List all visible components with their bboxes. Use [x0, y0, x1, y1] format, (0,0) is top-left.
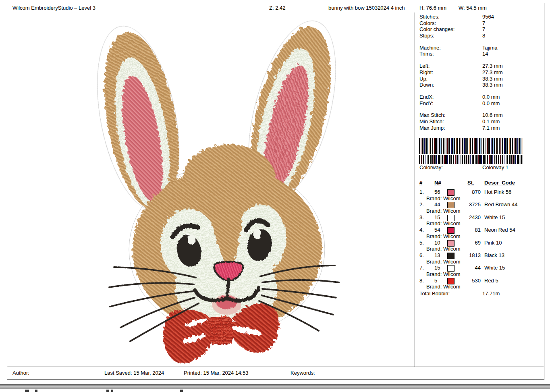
thread-brand: Brand: Wilcom: [426, 220, 461, 227]
col-header-stitches: St.: [467, 180, 474, 186]
col-header-index: #: [419, 180, 422, 186]
thread-descr-code: Neon Red 54: [484, 227, 515, 233]
thread-row: 2.443725Red Brown 44Brand: Wilcom: [415, 201, 544, 214]
stat-value: 7: [482, 20, 485, 27]
thread-descr-code: Red 5: [484, 278, 498, 284]
printed-text: Printed: 15 Mar, 2024 14:53: [184, 370, 248, 376]
stat-value: 7.1 mm: [482, 125, 500, 131]
thread-color-list: 1.56870Hot Pink 56Brand: Wilcom2.443725R…: [415, 189, 544, 290]
bunny-embroidery-design: [93, 17, 355, 367]
taskbar-button-fragment[interactable]: [35, 390, 37, 392]
thread-index: 5.: [419, 240, 424, 246]
colorway-label: Colorway:: [419, 164, 443, 171]
stats-list: Stitches:9564Colors:7Color changes:7Stop…: [415, 14, 544, 137]
thread-brand: Brand: Wilcom: [426, 271, 461, 278]
design-details-panel: Stitches:9564Colors:7Color changes:7Stop…: [415, 12, 544, 367]
stat-group: Max Stitch:10.6 mmMin Stitch:0.1 mmMax J…: [415, 112, 544, 131]
thread-stitch-count: 1813: [457, 252, 481, 259]
design-width: W: 54.5 mm: [459, 3, 487, 12]
stat-group: Machine:TajimaTrims:14: [415, 45, 544, 57]
left-eye-highlight: [187, 234, 195, 244]
stat-label: EndY:: [419, 100, 434, 107]
thread-needle-number: 15: [434, 214, 440, 221]
bow-left-loop: [162, 308, 216, 362]
thread-descr-code: Red Brown 44: [484, 201, 517, 208]
thread-needle-number: 15: [434, 265, 440, 271]
author-label: Author:: [12, 370, 29, 376]
stat-label: Right:: [419, 69, 433, 76]
thread-stitch-count: 530: [457, 278, 481, 284]
thread-color-swatch: [447, 189, 455, 196]
stat-label: EndX:: [419, 94, 434, 100]
thread-descr-code: White 15: [484, 214, 505, 221]
stat-value: Tajima: [482, 45, 498, 51]
taskbar-button-fragment[interactable]: [25, 390, 29, 392]
stat-row: EndX:0.0 mm: [415, 94, 544, 100]
thread-needle-number: 5: [434, 278, 437, 284]
stat-row: Machine:Tajima: [415, 45, 544, 51]
thread-brand: Brand: Wilcom: [426, 233, 461, 240]
stat-group: Stitches:9564Colors:7Color changes:7Stop…: [415, 14, 544, 39]
thread-index: 4.: [419, 227, 424, 233]
report-footer: Author: Last Saved: 15 Mar, 2024 Printed…: [7, 367, 544, 380]
thread-needle-number: 56: [434, 189, 440, 195]
thread-table-header: # N# St. Descr_Code: [415, 180, 544, 186]
total-bobbin-label: Total Bobbin:: [419, 290, 450, 297]
design-height: H: 76.6 mm: [419, 3, 446, 12]
taskbar-button-fragment[interactable]: [111, 390, 113, 392]
thread-brand: Brand: Wilcom: [426, 195, 461, 202]
stat-label: Color changes:: [419, 26, 455, 33]
stat-value: 0.1 mm: [482, 118, 500, 125]
thread-index: 6.: [419, 252, 424, 259]
thread-index: 8.: [419, 278, 424, 284]
stat-row: Max Jump:7.1 mm: [415, 125, 544, 131]
thread-color-swatch: [447, 253, 455, 259]
total-bobbin-value: 17.71m: [482, 290, 500, 297]
stat-row: Right:27.3 mm: [415, 69, 544, 76]
stat-row: Colors:7: [415, 20, 544, 27]
thread-row: 3.152430White 15Brand: Wilcom: [415, 214, 544, 227]
thread-needle-number: 10: [434, 240, 440, 246]
stat-row: Up:38.3 mm: [415, 76, 544, 82]
stat-value: 27.3 mm: [482, 69, 503, 76]
thread-needle-number: 13: [434, 252, 440, 259]
stat-label: Trims:: [419, 51, 434, 57]
colorway-value: Colorway 1: [482, 164, 508, 171]
bow-knot: [208, 315, 232, 343]
window-bottom-bar: [0, 384, 550, 389]
barcode-band-top: [419, 138, 523, 154]
taskbar-button-fragment[interactable]: [180, 390, 183, 392]
thread-index: 1.: [419, 189, 424, 195]
stat-row: EndY:0.0 mm: [415, 100, 544, 107]
stat-row: Trims:14: [415, 51, 544, 57]
keywords-label: Keywords:: [291, 370, 315, 376]
stat-group: Left:27.3 mmRight:27.3 mmUp:38.3 mmDown:…: [415, 63, 544, 88]
stat-row: Down:38.3 mm: [415, 82, 544, 88]
design-barcode: [419, 138, 523, 164]
stat-value: 9564: [482, 14, 494, 20]
thread-color-swatch: [447, 215, 455, 221]
design-canvas: [7, 12, 415, 367]
stat-label: Max Jump:: [419, 125, 445, 131]
stat-value: 27.3 mm: [482, 63, 503, 69]
thread-color-swatch: [447, 278, 455, 284]
thread-row: 4.5481Neon Red 54Brand: Wilcom: [415, 227, 544, 239]
stat-label: Min Stitch:: [419, 118, 444, 125]
zoom-factor: Z: 2.42: [269, 3, 285, 12]
stat-row: Max Stitch:10.6 mm: [415, 112, 544, 118]
right-eye-highlight: [253, 228, 261, 239]
stat-value: 0.0 mm: [482, 94, 500, 100]
thread-stitch-count: 3725: [457, 201, 481, 208]
last-saved-text: Last Saved: 15 Mar, 2024: [104, 370, 164, 376]
stat-label: Down:: [419, 82, 434, 88]
taskbar-button-fragment[interactable]: [106, 390, 109, 392]
thread-stitch-count: 2430: [457, 214, 481, 221]
thread-brand: Brand: Wilcom: [426, 246, 461, 252]
print-preview-page: Wilcom EmbroideryStudio – Level 3 Z: 2.4…: [7, 3, 544, 380]
thread-row: 5.1069Pink 10Brand: Wilcom: [415, 240, 544, 252]
stat-label: Left:: [419, 63, 430, 69]
thread-brand: Brand: Wilcom: [426, 208, 461, 214]
stat-row: Color changes:7: [415, 26, 544, 33]
design-name: bunny with bow 15032024 4 inch: [328, 3, 405, 12]
thread-row: 8.5530Red 5Brand: Wilcom: [415, 278, 544, 290]
